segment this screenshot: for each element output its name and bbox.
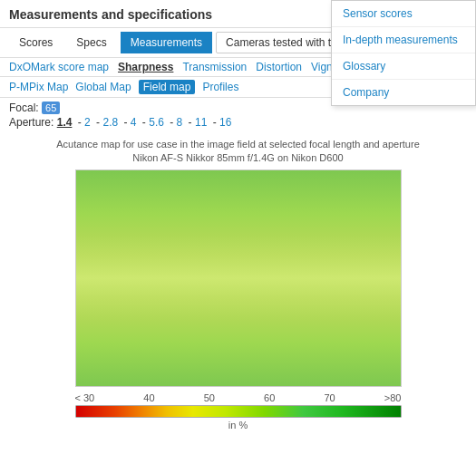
chart-title: Acutance map for use case in the image f… (9, 138, 467, 166)
dropdown-company[interactable]: Company (332, 80, 475, 105)
page-wrapper: Measurements and specifications Scores S… (0, 0, 476, 434)
chart-area: Acutance map for use case in the image f… (0, 132, 476, 387)
aperture-8[interactable]: 8 (177, 116, 183, 129)
aperture-line: Aperture: 1.4 - 2 - 2.8 - 4 - 5.6 - 8 - … (9, 116, 467, 129)
focal-value[interactable]: 65 (42, 102, 60, 114)
sub-tab-distortion[interactable]: Distortion (256, 61, 302, 73)
scale-bar (75, 405, 402, 418)
scale-area: < 30 40 50 60 70 >80 in % (0, 387, 476, 434)
aperture-2.8[interactable]: 2.8 (102, 116, 118, 129)
dropdown-in-depth[interactable]: In-depth measurements (332, 27, 475, 53)
scale-labels-row: < 30 40 50 60 70 >80 (75, 392, 402, 403)
field-sub-tab-field[interactable]: Field map (139, 80, 196, 94)
map-gradient (75, 169, 402, 387)
scale-label-30: < 30 (75, 392, 95, 403)
acutance-map (75, 169, 402, 387)
sub-tab-sharpness[interactable]: Sharpness (118, 61, 173, 73)
scale-label-70: 70 (324, 392, 335, 403)
aperture-11[interactable]: 11 (195, 116, 207, 129)
in-percent-label: in % (75, 420, 402, 430)
tab-measurements[interactable]: Measurements (121, 32, 212, 53)
scale-label-40: 40 (143, 392, 154, 403)
aperture-label: Aperture: (9, 116, 53, 129)
sub-tab-dxomark[interactable]: DxOMark score map (9, 61, 109, 73)
sub-tab-transmission[interactable]: Transmission (182, 61, 247, 73)
aperture-16[interactable]: 16 (219, 116, 231, 129)
scale-label-80: >80 (384, 392, 402, 403)
dropdown-sensor-scores[interactable]: Sensor scores (332, 1, 475, 27)
scale-label-60: 60 (264, 392, 275, 403)
scale-label-50: 50 (204, 392, 215, 403)
field-sub-tab-pmpix[interactable]: P-MPix Map (9, 81, 68, 93)
aperture-2[interactable]: 2 (84, 116, 91, 129)
field-sub-tab-profiles[interactable]: Profiles (202, 81, 238, 93)
field-sub-tab-global[interactable]: Global Map (75, 81, 131, 93)
dropdown-glossary[interactable]: Glossary (332, 53, 475, 80)
aperture-4[interactable]: 4 (131, 116, 137, 129)
tab-specs[interactable]: Specs (66, 32, 116, 53)
tab-scores[interactable]: Scores (9, 32, 63, 53)
aperture-1.4[interactable]: 1.4 (57, 116, 73, 129)
focal-label: Focal: (9, 102, 39, 114)
aperture-5.6[interactable]: 5.6 (149, 116, 164, 129)
dropdown-menu: Sensor scores In-depth measurements Glos… (331, 0, 476, 106)
